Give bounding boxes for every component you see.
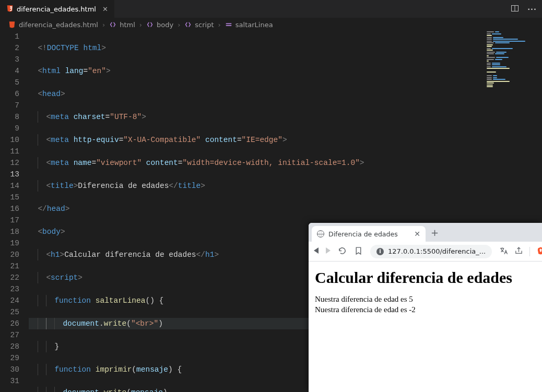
translate-icon[interactable]	[499, 246, 508, 257]
symbol-icon	[146, 21, 154, 28]
browser-tab[interactable]: Diferencia de edades ✕	[312, 226, 426, 242]
chevron-right-icon: ›	[178, 21, 180, 29]
browser-toolbar: i 127.0.0.1:5500/diferencia_...	[309, 242, 542, 262]
new-tab-button[interactable]: +	[431, 227, 439, 240]
brave-shield-icon[interactable]	[536, 246, 542, 257]
back-button[interactable]	[314, 247, 319, 255]
symbol-icon	[184, 21, 192, 28]
html-file-icon	[8, 21, 16, 28]
html-file-icon	[6, 5, 14, 14]
symbol-icon	[109, 21, 116, 28]
toolbar-separator	[529, 247, 530, 256]
chevron-right-icon: ›	[218, 21, 221, 29]
browser-tab-strip: Diferencia de edades ✕ +	[309, 223, 542, 242]
close-tab-icon[interactable]: ✕	[414, 230, 420, 238]
output-line-2: Nuestra diferencia de edad es -2	[315, 304, 536, 315]
breadcrumb-item[interactable]: body	[157, 21, 173, 29]
browser-tab-title: Diferencia de edades	[328, 230, 398, 238]
editor-tab-active[interactable]: diferencia_edades.html ✕	[0, 0, 115, 18]
address-bar[interactable]: i 127.0.0.1:5500/diferencia_...	[370, 245, 492, 258]
breadcrumb-item[interactable]: html	[120, 21, 135, 29]
site-info-icon[interactable]: i	[376, 248, 384, 255]
chevron-right-icon: ›	[139, 21, 142, 29]
line-number-gutter: 1234567891011121314151617181920212223242…	[0, 31, 29, 392]
share-icon[interactable]	[514, 246, 523, 257]
breadcrumb-item[interactable]: script	[195, 21, 214, 29]
page-heading: Calcular diferencia de edades	[315, 269, 536, 287]
editor-tab-bar: diferencia_edades.html ✕ ···	[0, 0, 542, 18]
breadcrumb-item[interactable]: saltarLinea	[235, 21, 273, 29]
browser-window: Diferencia de edades ✕ + i 127.0.0.1:550…	[309, 223, 542, 392]
symbol-icon	[225, 21, 232, 28]
bookmark-icon[interactable]	[354, 246, 363, 257]
reload-button[interactable]	[338, 246, 347, 257]
url-text: 127.0.0.1:5500/diferencia_...	[388, 247, 486, 255]
globe-icon	[317, 230, 324, 237]
tab-filename: diferencia_edades.html	[17, 5, 96, 13]
chevron-right-icon: ›	[102, 21, 105, 29]
breadcrumb: diferencia_edades.html › html › body › s…	[0, 18, 542, 31]
split-editor-icon[interactable]	[511, 4, 519, 14]
forward-button[interactable]	[326, 247, 331, 255]
close-tab-icon[interactable]: ✕	[102, 5, 108, 13]
breadcrumb-item[interactable]: diferencia_edades.html	[19, 21, 98, 29]
browser-viewport: Calcular diferencia de edades Nuestra di…	[309, 262, 542, 392]
output-line-1: Nuestra diferencia de edad es 5	[315, 294, 536, 304]
more-actions-icon[interactable]: ···	[527, 5, 537, 13]
